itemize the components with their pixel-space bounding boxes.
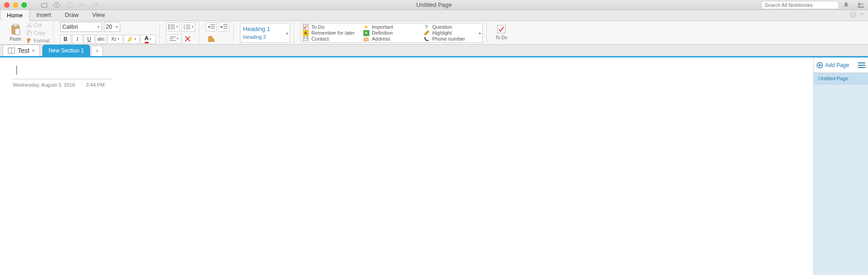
clipboard-group: Paste Cut Copy Format — [3, 22, 54, 43]
share-icon[interactable] — [856, 0, 865, 10]
format-brush-button[interactable] — [206, 34, 217, 43]
indent-button[interactable] — [219, 22, 230, 31]
svg-rect-13 — [28, 32, 31, 36]
question-icon: ? — [424, 24, 429, 30]
font-group: Calibri▾ 20▾ B I U abc X2▾ ▾ A▾ — [56, 22, 160, 43]
cut-button[interactable]: Cut — [26, 21, 50, 29]
font-name-combo[interactable]: Calibri▾ — [60, 22, 102, 32]
svg-point-22 — [304, 38, 306, 39]
tags-gallery[interactable]: To Do ARemember for later Contact ★Impor… — [301, 23, 483, 43]
outdent-button[interactable] — [206, 22, 217, 31]
house-icon — [363, 36, 369, 42]
underline-button[interactable]: U — [84, 35, 95, 44]
italic-button[interactable]: I — [72, 35, 83, 44]
page-time: 3:44 PM — [86, 82, 105, 88]
align-button[interactable]: ▾ — [166, 34, 182, 43]
format-painter-button[interactable]: Format — [26, 37, 50, 44]
tags-expand-icon[interactable]: ▸ — [479, 30, 481, 35]
list-group: ▾ 123▾ ▾ — [163, 22, 199, 43]
plus-circle-icon — [817, 62, 823, 68]
heading2-style[interactable]: Heading 2 — [243, 34, 287, 40]
notebook-dropdown[interactable]: Test ▾ — [3, 45, 40, 56]
styles-group: Heading 1 Heading 2 ▸ — [236, 22, 294, 43]
add-section-button[interactable]: + — [91, 46, 103, 56]
forward-icon[interactable] — [66, 1, 73, 9]
tab-insert[interactable]: Insert — [30, 9, 58, 21]
font-color-button[interactable]: A▾ — [140, 35, 156, 44]
notifications-icon[interactable] — [842, 0, 851, 10]
tag-todo[interactable]: To Do — [303, 24, 360, 30]
page-title-input[interactable] — [13, 67, 113, 79]
strikethrough-button[interactable]: abc — [96, 35, 107, 44]
svg-rect-21 — [303, 37, 308, 41]
subscript-button[interactable]: X2▾ — [107, 35, 123, 44]
notebook-icon — [8, 47, 15, 54]
svg-point-4 — [850, 12, 856, 17]
maximize-window-button[interactable] — [21, 2, 27, 8]
feedback-icon[interactable] — [850, 11, 856, 18]
paste-label: Paste — [10, 36, 21, 42]
bold-button[interactable]: B — [60, 35, 71, 44]
undo-icon[interactable] — [79, 1, 86, 9]
page-list-item-current[interactable]: Untitled Page — [814, 73, 868, 84]
star-icon: ★ — [363, 24, 369, 30]
heading1-style[interactable]: Heading 1 — [243, 26, 287, 32]
folder-open-icon[interactable] — [41, 1, 48, 9]
checkbox-icon — [303, 24, 309, 30]
tag-highlight[interactable]: Highlight — [424, 30, 480, 36]
redo-icon[interactable] — [92, 1, 99, 9]
tag-definition[interactable]: ADefinition — [363, 30, 420, 36]
tag-phone[interactable]: Phone number — [424, 36, 480, 42]
a-yellow-icon: A — [303, 30, 309, 36]
tag-address[interactable]: Address — [363, 36, 420, 42]
copy-icon — [26, 30, 32, 36]
back-icon[interactable] — [53, 1, 61, 9]
tag-important[interactable]: ★Important — [363, 24, 420, 30]
page-date: Wednesday, August 3, 2016 — [13, 82, 75, 88]
tag-question[interactable]: ?Question — [424, 24, 480, 30]
indent-group — [202, 22, 234, 43]
minimize-window-button[interactable] — [13, 2, 18, 8]
section-bar: Test ▾ New Section 1 + — [0, 45, 868, 57]
search-input[interactable] — [761, 1, 839, 9]
todo-group: To Do — [490, 22, 513, 43]
window-title: Untitled Page — [416, 1, 452, 8]
tag-remember[interactable]: ARemember for later — [303, 30, 360, 36]
font-size-combo[interactable]: 20▾ — [104, 22, 120, 32]
tab-view[interactable]: View — [86, 9, 112, 21]
numbering-button[interactable]: 123▾ — [182, 22, 195, 31]
styles-gallery[interactable]: Heading 1 Heading 2 ▸ — [240, 23, 290, 43]
tab-draw[interactable]: Draw — [58, 9, 85, 21]
svg-point-0 — [54, 2, 60, 8]
a-green-icon: A — [363, 30, 369, 36]
contact-card-icon — [303, 36, 309, 42]
page-list-menu-icon[interactable] — [858, 62, 865, 68]
copy-button[interactable]: Copy — [26, 29, 50, 36]
todo-button[interactable]: To Do — [493, 25, 510, 40]
bullets-button[interactable]: ▾ — [166, 22, 180, 31]
tag-contact[interactable]: Contact — [303, 36, 360, 42]
highlight-button[interactable]: ▾ — [124, 35, 139, 44]
ribbon: Paste Cut Copy Format Calibri▾ — [0, 21, 868, 45]
paintbrush-icon — [26, 38, 32, 43]
ribbon-tabs: Home Insert Draw View ^ — [0, 10, 868, 21]
scissors-icon — [26, 22, 32, 28]
svg-point-3 — [862, 3, 864, 5]
section-tab-active[interactable]: New Section 1 — [42, 45, 90, 56]
svg-point-2 — [858, 3, 861, 5]
tags-group: To Do ARemember for later Contact ★Impor… — [297, 22, 487, 43]
styles-expand-icon[interactable]: ▸ — [286, 30, 289, 35]
close-window-button[interactable] — [4, 2, 10, 8]
collapse-ribbon-icon[interactable]: ^ — [861, 11, 863, 18]
svg-point-16 — [168, 28, 170, 29]
traffic-lights — [4, 2, 27, 8]
pencil-icon — [424, 30, 429, 36]
page-canvas[interactable]: Wednesday, August 3, 2016 3:44 PM — [0, 57, 813, 275]
paste-button[interactable]: Paste — [6, 24, 25, 42]
add-page-button[interactable]: Add Page — [817, 62, 849, 68]
tab-home[interactable]: Home — [0, 10, 30, 21]
svg-point-5 — [852, 14, 853, 15]
titlebar: Untitled Page — [0, 0, 868, 10]
clear-format-button[interactable] — [183, 34, 194, 43]
svg-point-15 — [168, 26, 170, 27]
